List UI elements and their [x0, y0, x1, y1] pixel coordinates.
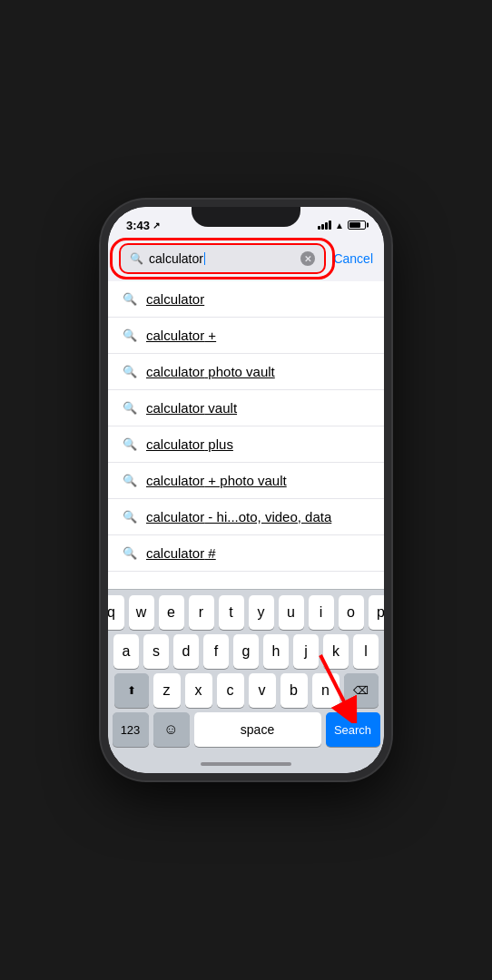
keyboard: q w e r t y u i o p a s d f g h j k [108, 589, 384, 755]
key-e[interactable]: e [159, 595, 184, 630]
key-b[interactable]: b [280, 673, 308, 708]
search-button[interactable]: Search [326, 712, 380, 747]
suggestion-item-4[interactable]: 🔍 calculator vault [108, 390, 384, 426]
key-p[interactable]: p [369, 595, 385, 630]
key-a[interactable]: a [113, 634, 139, 669]
keyboard-row-1: q w e r t y u i o p [111, 595, 381, 630]
key-k[interactable]: k [323, 634, 349, 669]
phone-screen: 3:43 ↗ ▲ 🔍 [108, 207, 384, 773]
status-time: 3:43 ↗ [126, 219, 160, 232]
delete-key[interactable]: ⌫ [344, 673, 379, 708]
search-input-text[interactable]: calculator [149, 251, 295, 266]
numbers-key[interactable]: 123 [113, 712, 149, 747]
suggestion-text-2: calculator + [146, 328, 216, 343]
suggestion-item-8[interactable]: 🔍 calculator # [108, 535, 384, 572]
key-q[interactable]: q [108, 595, 124, 630]
suggestion-search-icon-4: 🔍 [123, 401, 137, 415]
key-x[interactable]: x [185, 673, 212, 708]
suggestion-search-icon-7: 🔍 [123, 510, 137, 524]
suggestion-item-6[interactable]: 🔍 calculator + photo vault [108, 463, 384, 499]
suggestion-search-icon-1: 🔍 [123, 292, 137, 306]
key-j[interactable]: j [293, 634, 319, 669]
key-z[interactable]: z [153, 673, 181, 708]
suggestion-text-3: calculator photo vault [146, 364, 275, 379]
signal-bar-2 [321, 224, 324, 230]
wifi-icon: ▲ [335, 220, 344, 230]
notch [192, 207, 300, 227]
home-indicator [201, 762, 291, 766]
cancel-button[interactable]: Cancel [333, 251, 373, 266]
location-icon: ↗ [153, 220, 160, 230]
key-u[interactable]: u [279, 595, 304, 630]
search-value: calculator [149, 251, 203, 266]
clear-button[interactable]: ✕ [300, 251, 315, 266]
signal-bar-1 [318, 226, 320, 230]
bottom-bar-area [108, 755, 384, 773]
signal-bar-4 [329, 220, 331, 230]
silent-switch [101, 261, 103, 281]
key-t[interactable]: t [219, 595, 244, 630]
key-r[interactable]: r [189, 595, 214, 630]
suggestion-search-icon-3: 🔍 [123, 365, 137, 378]
volume-up-button [101, 298, 103, 325]
key-v[interactable]: v [249, 673, 276, 708]
suggestion-text-4: calculator vault [146, 400, 237, 416]
suggestion-text-7: calculator - hi...oto, video, data [146, 509, 331, 524]
key-c[interactable]: c [217, 673, 244, 708]
signal-bar-3 [325, 222, 328, 230]
suggestion-item-5[interactable]: 🔍 calculator plus [108, 426, 384, 463]
key-l[interactable]: l [353, 634, 379, 669]
volume-down-button [101, 334, 103, 361]
suggestion-search-icon-2: 🔍 [123, 328, 137, 342]
key-y[interactable]: y [249, 595, 274, 630]
battery-fill [349, 222, 360, 228]
suggestions-list: 🔍 calculator 🔍 calculator + 🔍 calculator… [108, 281, 384, 589]
suggestion-item-3[interactable]: 🔍 calculator photo vault [108, 354, 384, 390]
key-i[interactable]: i [309, 595, 334, 630]
suggestion-search-icon-8: 🔍 [123, 546, 137, 560]
suggestion-text-6: calculator + photo vault [146, 473, 287, 488]
key-o[interactable]: o [339, 595, 364, 630]
suggestion-text-8: calculator # [146, 545, 216, 561]
keyboard-row-4: 123 ☺ space Search [111, 712, 381, 747]
key-g[interactable]: g [233, 634, 259, 669]
phone-frame: 3:43 ↗ ▲ 🔍 [101, 200, 391, 780]
signal-bars-icon [318, 220, 331, 230]
search-icon: 🔍 [130, 252, 143, 265]
suggestion-text-1: calculator [146, 291, 204, 307]
time-display: 3:43 [126, 219, 150, 232]
search-bar-area: 🔍 calculator ✕ Cancel [108, 236, 384, 281]
key-w[interactable]: w [129, 595, 154, 630]
suggestion-item-1[interactable]: 🔍 calculator [108, 281, 384, 318]
battery-icon [348, 220, 366, 230]
key-f[interactable]: f [203, 634, 229, 669]
keyboard-row-2: a s d f g h j k l [111, 634, 381, 669]
shift-key[interactable]: ⬆ [114, 673, 149, 708]
text-cursor [204, 252, 206, 265]
emoji-key[interactable]: ☺ [153, 712, 190, 747]
key-s[interactable]: s [143, 634, 169, 669]
space-key[interactable]: space [194, 712, 321, 747]
key-h[interactable]: h [263, 634, 289, 669]
suggestion-search-icon-5: 🔍 [123, 437, 137, 451]
suggestion-text-5: calculator plus [146, 436, 233, 452]
keyboard-row-3: ⬆ z x c v b n ⌫ [111, 673, 381, 708]
key-d[interactable]: d [173, 634, 199, 669]
suggestion-search-icon-6: 🔍 [123, 474, 137, 487]
key-n[interactable]: n [312, 673, 339, 708]
search-input-wrapper[interactable]: 🔍 calculator ✕ [119, 243, 326, 274]
suggestion-item-2[interactable]: 🔍 calculator + [108, 318, 384, 354]
clear-icon: ✕ [304, 254, 311, 264]
suggestion-item-7[interactable]: 🔍 calculator - hi...oto, video, data [108, 499, 384, 535]
power-button [389, 307, 391, 357]
status-icons: ▲ [318, 220, 366, 230]
